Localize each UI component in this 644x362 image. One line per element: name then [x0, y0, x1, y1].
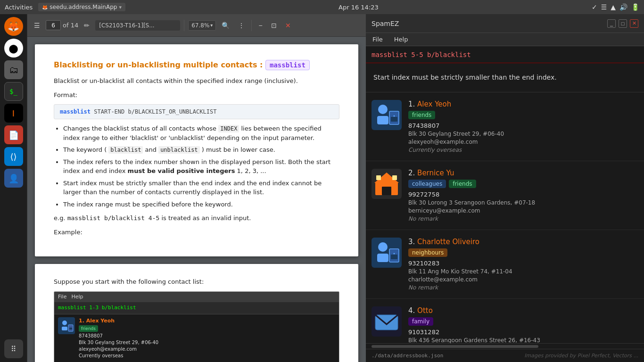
pdf-filename: [CS2103-T16-1][S... — [95, 20, 180, 31]
spamez-panel: SpamEZ _ □ ✕ File Help massblist 5-5 b/b… — [366, 14, 644, 362]
contact-item-4[interactable]: 4. Otto family 91031282 Blk 436 Serangoo… — [366, 299, 644, 343]
scrollbar[interactable] — [372, 345, 538, 348]
dock-terminal[interactable]: $_ — [4, 82, 23, 101]
pdf-page2-intro: Suppose you start with the following con… — [54, 277, 339, 287]
pdf-fit-page[interactable]: ⊡ — [268, 20, 280, 31]
avatar-person-phone-1 — [372, 100, 402, 130]
mini-avatar-1 — [58, 317, 75, 334]
contact-tags-4: family — [408, 317, 638, 326]
topbar-right: ✓ ☰ ▲ 🔊 🔋 — [592, 3, 639, 11]
chat-icon: ☰ — [601, 3, 607, 11]
svg-rect-17 — [377, 116, 388, 124]
svg-rect-4 — [69, 328, 72, 329]
wifi-icon: ▲ — [611, 3, 616, 11]
dock-vscode[interactable]: ⟨⟩ — [4, 147, 23, 166]
contact-name-3: Charlotte Oliveiro — [417, 238, 479, 246]
pdf-search-btn[interactable]: 🔍 — [219, 20, 232, 31]
pdf-menu-btn[interactable]: ⋮ — [235, 20, 248, 31]
pdf-zoom-control[interactable]: 67.8% ▾ — [188, 20, 216, 31]
volume-icon: 🔊 — [619, 3, 627, 11]
contact-avatar-2 — [372, 169, 402, 199]
pdf-format-code: massblist START-END b/BLACKLIST_OR_UNBLA… — [54, 104, 339, 119]
contact-phone-3: 93210283 — [408, 260, 638, 267]
dock-intellij[interactable]: I — [4, 104, 23, 123]
topbar-left: Activities 🦊 seedu.address.MainApp ▾ — [5, 3, 125, 11]
close-button[interactable]: ✕ — [630, 19, 638, 28]
bullet-2: The keyword ( blacklist and unblacklist … — [63, 145, 339, 155]
contact-phone-1: 87438807 — [408, 122, 638, 129]
svg-point-16 — [378, 105, 388, 114]
contact-avatar-3 — [372, 238, 402, 268]
contact-num-name-1: 1. Alex Yeoh — [408, 100, 638, 108]
tag-friends-1: friends — [408, 111, 435, 119]
topbar-datetime: Apr 16 14:23 — [339, 4, 379, 11]
command-bar: massblist 5-5 b/blacklist — [366, 46, 644, 63]
pdf-viewer: ☰ of 14 ✏ [CS2103-T16-1][S... 67.8% ▾ 🔍 … — [27, 14, 366, 362]
mini-app-menu: File Help — [54, 292, 339, 303]
contact-address-4: Blk 436 Serangoon Gardens Street 26, #16… — [408, 337, 638, 343]
bullet-4: Start index must be strictly smaller tha… — [63, 179, 339, 197]
menu-help[interactable]: Help — [392, 35, 410, 44]
contact-details-2: 2. Bernice Yu colleagues friends 9927275… — [408, 169, 638, 222]
pdf-page-1: Blacklisting or un-blacklisting multiple… — [35, 44, 358, 256]
svg-rect-2 — [62, 327, 67, 330]
error-message: Start index must be strictly smaller tha… — [373, 74, 557, 81]
svg-rect-26 — [392, 175, 397, 180]
contact-email-2: berniceyu@example.com — [408, 207, 638, 214]
pdf-example-note: e.g. massblist b/blacklist 4-5 is treate… — [54, 214, 339, 223]
contact-details-3: 3. Charlotte Oliveiro neighbours 9321028… — [408, 238, 638, 291]
avatar-house-2 — [372, 169, 402, 199]
svg-rect-19 — [391, 117, 397, 122]
pdf-description: Blacklist or un-blacklist all contacts w… — [54, 76, 339, 86]
pdf-zoom-out[interactable]: − — [256, 20, 265, 31]
pdf-toolbar: ☰ of 14 ✏ [CS2103-T16-1][S... 67.8% ▾ 🔍 … — [27, 14, 366, 37]
app-tab[interactable]: 🦊 seedu.address.MainApp ▾ — [38, 3, 125, 11]
mini-contact-1-name: 1. Alex Yeoh — [79, 317, 158, 324]
titlebar-buttons: _ □ ✕ — [607, 19, 638, 28]
mini-contact-1-info: 1. Alex Yeoh friends 87438807 Blk 30 Gey… — [79, 317, 158, 360]
contact-num-name-4: 4. Otto — [408, 306, 638, 315]
app-tab-label: seedu.address.MainApp — [50, 4, 117, 10]
maximize-button[interactable]: □ — [619, 19, 627, 28]
dock-appgrid[interactable]: ⠿ — [4, 339, 23, 358]
system-topbar: Activities 🦊 seedu.address.MainApp ▾ Apr… — [0, 0, 644, 14]
contact-item-2[interactable]: 2. Bernice Yu colleagues friends 9927275… — [366, 161, 644, 230]
status-path: ./data/addressbook.json — [372, 353, 443, 359]
pdf-annotate-btn[interactable]: ✏ — [81, 20, 92, 31]
pdf-page-info: of 14 — [46, 20, 78, 30]
mini-contact-1: 1. Alex Yeoh friends 87438807 Blk 30 Gey… — [54, 314, 339, 362]
contact-remark-3: No remark — [408, 284, 638, 291]
dock-contacts[interactable]: 👤 — [4, 169, 23, 188]
pdf-heading-code: massblist — [265, 60, 310, 70]
mini-tag-friends: friends — [79, 325, 98, 332]
dock-docviewer[interactable]: 📄 — [4, 125, 23, 144]
pdf-sidebar-toggle[interactable]: ☰ — [31, 20, 43, 31]
contact-item-3[interactable]: 3. Charlotte Oliveiro neighbours 9321028… — [366, 230, 644, 299]
activities-button[interactable]: Activities — [5, 4, 33, 11]
contact-num-name-2: 2. Bernice Yu — [408, 169, 638, 177]
avatar-envelope-4 — [372, 306, 402, 337]
dock-firefox[interactable]: 🦊 — [4, 17, 23, 36]
mini-app-screenshot: File Help massblist 1-3 b/blacklist — [54, 291, 339, 362]
tag-family-4: family — [408, 317, 433, 326]
dock-chrome[interactable]: ⬤ — [4, 39, 23, 58]
contact-address-1: Blk 30 Geylang Street 29, #06-40 — [408, 131, 638, 137]
pdf-heading: Blacklisting or un-blacklisting multiple… — [54, 59, 339, 71]
menu-file[interactable]: File — [371, 35, 385, 44]
pdf-page-number[interactable] — [46, 20, 61, 30]
dock-files[interactable]: 🗂 — [4, 60, 23, 79]
screen: Activities 🦊 seedu.address.MainApp ▾ Apr… — [0, 0, 644, 362]
app-titlebar: SpamEZ _ □ ✕ — [366, 14, 644, 33]
scroll-area — [366, 343, 644, 349]
minimize-button[interactable]: _ — [607, 19, 616, 28]
pdf-content: Blacklisting or un-blacklisting multiple… — [27, 37, 366, 362]
contact-name-2: Bernice Yu — [417, 169, 454, 177]
app-title: SpamEZ — [372, 20, 399, 27]
contact-num-name-3: 3. Charlotte Oliveiro — [408, 238, 638, 246]
contact-item-1[interactable]: 1. Alex Yeoh friends 87438807 Blk 30 Gey… — [366, 92, 644, 161]
pdf-bullet-list: Changes the blacklist status of all cont… — [63, 124, 339, 209]
contact-tags-1: friends — [408, 111, 638, 119]
pdf-example-label: Example: — [54, 228, 339, 237]
svg-point-1 — [62, 321, 67, 325]
pdf-close[interactable]: ✕ — [282, 20, 294, 31]
